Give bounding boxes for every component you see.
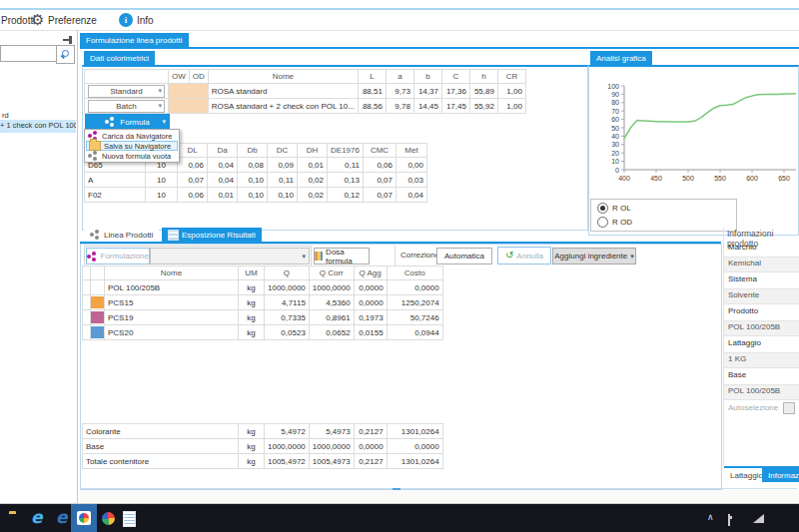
formula-dropdown[interactable]: Formula ▾ (85, 114, 170, 130)
tab-linea-prodotti[interactable]: Linea Prodotti (84, 228, 159, 242)
radio-icon (597, 217, 608, 228)
standard-row[interactable]: Standard▾ ROSA standard 88,51 9,73 14,37… (85, 84, 526, 99)
curve-type-box: R OL R OD (590, 199, 737, 232)
standard-b: 14,37 (413, 84, 441, 99)
menu-item-carica[interactable]: Carica da Navigatore (86, 131, 178, 141)
internet-explorer-icon[interactable]: e (31, 509, 43, 526)
spectral-curve-chart: 0102030405060708090100400450500550600650 (590, 80, 796, 192)
col-cr[interactable]: CR (497, 70, 525, 84)
svg-text:40: 40 (611, 133, 619, 140)
tab-analisi-grafica[interactable]: Analisi grafica (590, 51, 652, 65)
tab-esposizione-risultati[interactable]: Esposizione Risultati (162, 228, 262, 242)
col-c[interactable]: C (441, 70, 469, 84)
svg-text:60: 60 (611, 116, 619, 123)
col-q[interactable]: Q (265, 266, 310, 280)
menu-item-nuova[interactable]: Nuova formula vuota (86, 151, 178, 161)
radio-r-od[interactable]: R OD (597, 217, 736, 228)
dosa-formula-button[interactable]: Dosa formula (314, 248, 370, 265)
col-de1976[interactable]: DE1976 (328, 144, 364, 158)
radio-selected-icon (597, 203, 608, 214)
col-db[interactable]: Db (238, 144, 268, 158)
radio-r-ol[interactable]: R OL (597, 203, 736, 214)
col-met[interactable]: Met (397, 144, 427, 158)
active-app-button[interactable] (71, 504, 97, 532)
window-bottom-border (80, 488, 797, 489)
tray-chevron-up-icon[interactable]: ∧ (707, 513, 714, 522)
formulation-combobox[interactable]: ▾ (150, 248, 310, 265)
standard-h: 55,89 (469, 84, 497, 99)
tab-informazioni-prodotto[interactable]: Informazioni p (762, 468, 799, 482)
aggiungi-ingrediente-dropdown[interactable]: Aggiungi ingrediente▾ (552, 248, 636, 265)
preferenze-button[interactable]: Preferenze (48, 15, 97, 26)
document-app-icon[interactable] (123, 511, 136, 527)
tab-dati-colorimetrici[interactable]: Dati colorimetrici (84, 51, 155, 65)
col-cmc[interactable]: CMC (364, 144, 397, 158)
info-icon[interactable]: i (119, 13, 133, 27)
totals-row: Colorantekg 5,49725,4973 0,21271301,0264 (83, 424, 443, 439)
radio-label: R OL (612, 204, 631, 213)
menu-item-salva[interactable]: Salva su Navigatore (86, 141, 178, 151)
scroll-indicator[interactable] (393, 488, 400, 490)
col-nome[interactable]: Nome (105, 266, 239, 280)
toolbar-divider (0, 30, 799, 31)
tree-item[interactable]: rd (2, 111, 76, 120)
pin-icon[interactable] (63, 35, 73, 45)
col-l[interactable]: L (358, 70, 386, 84)
col-a[interactable]: a (386, 70, 413, 84)
formula-icon (105, 117, 116, 127)
standard-dropdown[interactable]: Standard▾ (88, 85, 165, 98)
batch-row[interactable]: Batch▾ ROSA standard + 2 check con POL 1… (85, 99, 526, 114)
table-row[interactable]: PCS15kg 4,71154,5360 0,00001250,2074 (83, 295, 443, 310)
col-ow[interactable]: OW (169, 70, 190, 84)
field-value: 1 KG (724, 352, 799, 368)
color-app-icon (77, 511, 91, 525)
table-row[interactable]: PCS19kg 0,73350,8961 0,197350,7246 (83, 310, 443, 325)
field-label: Base (728, 370, 794, 379)
color-wheel-app-icon[interactable] (102, 512, 115, 525)
field-label: Marchio (728, 243, 794, 252)
table-row[interactable]: A10 0,070,04 0,100,11 0,020,13 0,070,03 (85, 173, 427, 188)
col-dh[interactable]: DH (298, 144, 328, 158)
table-row[interactable]: PCS20kg 0,05230,0652 0,01550,0944 (83, 325, 443, 340)
col-h[interactable]: h (469, 70, 497, 84)
search-input[interactable] (0, 45, 59, 62)
battery-icon[interactable] (728, 514, 730, 526)
col-qagg[interactable]: Q Agg (354, 266, 387, 280)
col-od[interactable]: OD (189, 70, 208, 84)
formulazione-button[interactable]: Formulazione (86, 248, 150, 265)
edge-icon[interactable]: e (56, 509, 68, 526)
info-button[interactable]: Info (137, 15, 154, 26)
col-qcorr[interactable]: Q Corr (309, 266, 354, 280)
batch-a: 9,78 (386, 99, 413, 114)
col-costo[interactable]: Costo (387, 266, 442, 280)
col-um[interactable]: UM (239, 266, 265, 280)
batch-nome: ROSA standard + 2 check con POL 10... (208, 99, 358, 114)
svg-text:450: 450 (650, 175, 662, 182)
col-nome[interactable]: Nome (208, 70, 358, 84)
tree-item-selected[interactable]: + 1 check con POL 100/205B (0, 120, 76, 133)
col-dc[interactable]: DC (268, 144, 298, 158)
col-dl[interactable]: DL (178, 144, 208, 158)
chevron-down-icon: ▾ (302, 253, 306, 261)
gear-icon[interactable]: ⚙ (31, 12, 44, 27)
col-b[interactable]: b (413, 70, 441, 84)
batch-b: 14,45 (413, 99, 441, 114)
search-button[interactable] (56, 45, 75, 64)
field-label: Lattaggio (728, 338, 794, 347)
col-da[interactable]: Da (208, 144, 238, 158)
automatica-button[interactable]: Automatica (436, 248, 492, 265)
window-top-strip (0, 0, 799, 10)
tab-formulazione-linea-prodotti[interactable]: Formulazione linea prodotti (80, 33, 189, 47)
dose-icon (315, 252, 323, 261)
table-row[interactable]: POL 100/205Bkg 1000,00001000,0000 0,0000… (83, 280, 443, 295)
table-row[interactable]: F0210 0,060,01 0,100,10 0,020,12 0,070,0… (85, 188, 427, 203)
annulla-button[interactable]: ↺Annulla (497, 247, 551, 265)
col-selector (85, 70, 169, 84)
navigator-sidebar: rd + 1 check con POL 100/205B (0, 31, 78, 504)
formula-menu: Carica da Navigatore Salva su Navigatore… (84, 129, 180, 163)
network-icon[interactable] (753, 514, 764, 523)
autoselezione-checkbox[interactable] (783, 402, 795, 414)
results-grid-icon (168, 230, 179, 241)
batch-dropdown[interactable]: Batch▾ (88, 100, 165, 113)
svg-text:80: 80 (611, 99, 619, 106)
